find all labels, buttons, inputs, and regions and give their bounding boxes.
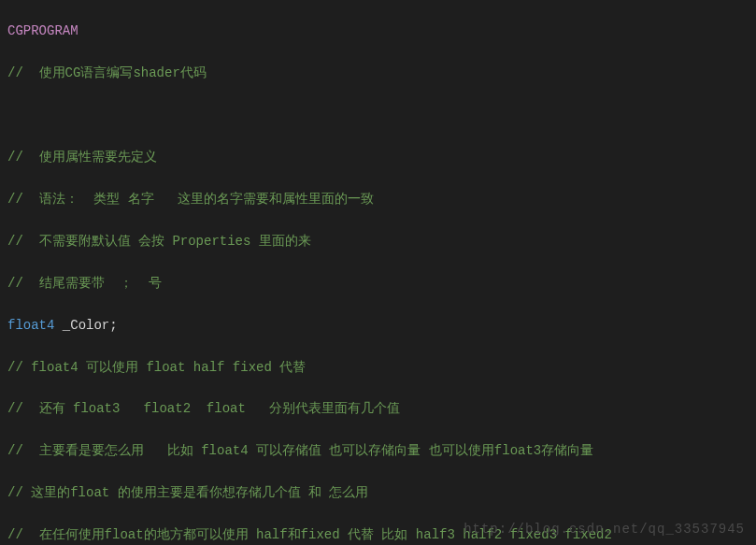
code-line-blank[interactable]: [7, 105, 749, 126]
comment-token: // 使用属性需要先定义: [7, 150, 157, 165]
code-line[interactable]: // 使用CG语言编写shader代码: [7, 63, 749, 84]
code-line[interactable]: // 结尾需要带 ； 号: [7, 273, 749, 294]
comment-token: // 主要看是要怎么用 比如 float4 可以存储值 也可以存储向量 也可以使…: [7, 443, 593, 458]
code-line[interactable]: // float4 可以使用 float half fixed 代替: [7, 357, 749, 379]
code-line[interactable]: // 使用属性需要先定义: [7, 147, 749, 168]
comment-token: // 不需要附默认值 会按 Properties 里面的来: [7, 234, 311, 249]
type-token: float4: [7, 318, 54, 333]
code-line[interactable]: CGPROGRAM: [7, 21, 749, 42]
code-line[interactable]: // 在任何使用float的地方都可以使用 half和fixed 代替 比如 h…: [7, 524, 749, 545]
code-line[interactable]: // 这里的float 的使用主要是看你想存储几个值 和 怎么用: [7, 482, 749, 504]
macro-token: CGPROGRAM: [7, 23, 78, 38]
comment-token: // 结尾需要带 ； 号: [7, 276, 162, 291]
identifier-token: _Color: [54, 318, 109, 333]
code-line[interactable]: // 还有 float3 float2 float 分别代表里面有几个值: [7, 398, 749, 420]
code-line[interactable]: // 不需要附默认值 会按 Properties 里面的来: [7, 231, 749, 252]
comment-token: // 使用CG语言编写shader代码: [7, 65, 207, 80]
code-line[interactable]: float4 _Color;: [7, 315, 749, 337]
punct-token: ;: [109, 318, 117, 333]
code-line[interactable]: // 主要看是要怎么用 比如 float4 可以存储值 也可以存储向量 也可以使…: [7, 440, 749, 462]
code-editor-viewport[interactable]: CGPROGRAM // 使用CG语言编写shader代码 // 使用属性需要先…: [0, 0, 756, 545]
comment-token: // 这里的float 的使用主要是看你想存储几个值 和 怎么用: [7, 485, 368, 500]
code-line[interactable]: // 语法： 类型 名字 这里的名字需要和属性里面的一致: [7, 189, 749, 210]
comment-token: // 语法： 类型 名字 这里的名字需要和属性里面的一致: [7, 192, 374, 207]
comment-token: // float4 可以使用 float half fixed 代替: [7, 360, 306, 375]
comment-token: // 还有 float3 float2 float 分别代表里面有几个值: [7, 401, 400, 416]
comment-token: // 在任何使用float的地方都可以使用 half和fixed 代替 比如 h…: [7, 527, 612, 542]
